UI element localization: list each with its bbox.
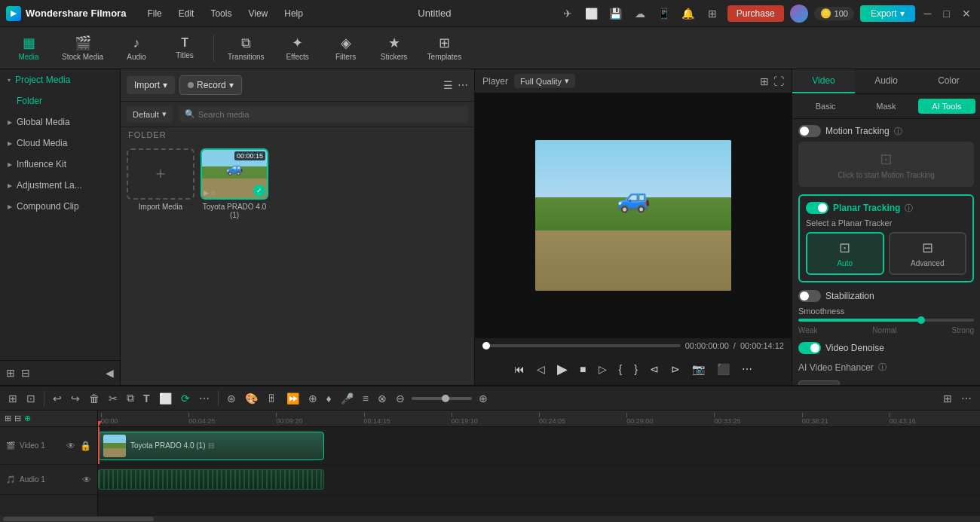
next-mark-icon[interactable]: ⊳ (668, 360, 683, 378)
more-icon[interactable]: ⋯ (458, 79, 468, 91)
purchase-button[interactable]: Purchase (727, 5, 784, 22)
tab-audio[interactable]: Audio (855, 69, 917, 93)
subtab-mask[interactable]: Mask (857, 99, 914, 114)
tl-settings-icon[interactable]: ⋯ (959, 390, 974, 407)
menu-tools[interactable]: Tools (203, 6, 239, 21)
tool-templates[interactable]: ⊞ Templates (420, 32, 470, 64)
video-track-lock-icon[interactable]: 🔒 (80, 441, 91, 451)
ai-enhancer-info-icon[interactable]: ⓘ (878, 362, 887, 373)
tl-layout-icon[interactable]: ⊞ (941, 390, 954, 407)
step-back-icon[interactable]: ⏮ (511, 360, 528, 378)
tool-effects[interactable]: ✦ Effects (275, 32, 320, 64)
tracker-auto[interactable]: ⊡ Auto (806, 232, 884, 275)
minimize-button[interactable]: ─ (921, 8, 935, 20)
user-avatar[interactable] (790, 5, 808, 23)
tl-more-icon[interactable]: ⋯ (197, 390, 212, 407)
tl-delete-icon[interactable]: 🗑 (87, 390, 102, 407)
tl-noise-icon[interactable]: ♦ (324, 390, 334, 407)
sidebar-item-cloud-media[interactable]: ▶ Cloud Media (0, 133, 120, 154)
timeline-scrollbar[interactable] (0, 516, 980, 522)
tl-stabilize-icon[interactable]: ⊕ (306, 390, 320, 407)
menu-file[interactable]: File (139, 6, 169, 21)
sidebar-item-global-media[interactable]: ▶ Global Media (0, 111, 120, 133)
tl-speed-icon[interactable]: ⏩ (284, 390, 302, 407)
tl-transcode-icon[interactable]: ⊗ (375, 390, 389, 407)
subtab-ai-tools[interactable]: AI Tools (918, 99, 975, 114)
planar-tracking-toggle[interactable] (806, 202, 828, 214)
tl-effects-icon[interactable]: ⊛ (225, 390, 238, 407)
default-dropdown[interactable]: Default ▾ (127, 106, 173, 122)
search-media-input[interactable] (198, 110, 462, 119)
stop-button[interactable]: ■ (577, 360, 589, 378)
frame-forward-icon[interactable]: ▷ (596, 360, 610, 378)
media-clip-toyota[interactable]: 🚙 00:00:15 ▶ ♫ ✓ Toyota PRADO 4.0 (1) (201, 148, 268, 379)
tool-filters[interactable]: ◈ Filters (323, 32, 369, 64)
tl-color-icon[interactable]: 🎨 (243, 390, 260, 407)
stabilization-toggle[interactable] (798, 290, 821, 302)
close-button[interactable]: ✕ (959, 8, 974, 20)
video-denoise-toggle[interactable] (798, 342, 821, 354)
track-control-group-icon[interactable]: ⊞ (5, 414, 11, 423)
play-button[interactable]: ▶ (554, 358, 571, 380)
tl-subtitles-icon[interactable]: ≡ (360, 390, 371, 407)
prev-mark-icon[interactable]: ⊲ (647, 360, 662, 378)
audio-clip[interactable] (98, 469, 324, 490)
snapshot-icon[interactable]: 📷 (689, 360, 708, 378)
tl-crop-icon[interactable]: ⬜ (157, 390, 174, 407)
apps-icon[interactable]: ⊞ (703, 5, 721, 23)
fullscreen-icon[interactable]: ⛶ (773, 75, 784, 87)
tl-zoom-out-icon[interactable]: ⊖ (394, 390, 407, 407)
tl-grid-icon[interactable]: ⊞ (6, 390, 20, 407)
import-media-button[interactable]: + (127, 148, 194, 200)
tab-color[interactable]: Color (917, 69, 980, 93)
phone-icon[interactable]: 📱 (655, 5, 673, 23)
frame-back-icon[interactable]: ◁ (534, 360, 548, 378)
bell-icon[interactable]: 🔔 (679, 5, 697, 23)
send-icon[interactable]: ✈ (559, 5, 577, 23)
tl-microphone-icon[interactable]: 🎤 (338, 390, 356, 407)
tl-text-icon[interactable]: T (141, 390, 152, 407)
menu-edit[interactable]: Edit (171, 6, 202, 21)
collapse-panel-icon[interactable]: ◀ (106, 367, 114, 379)
track-control-add-icon[interactable]: ⊕ (24, 414, 31, 423)
tl-copy-icon[interactable]: ⧉ (124, 389, 136, 407)
sidebar-item-folder[interactable]: Folder (0, 90, 120, 111)
smoothness-slider[interactable] (798, 319, 974, 322)
scrollbar-thumb[interactable] (3, 517, 154, 521)
subtab-basic[interactable]: Basic (797, 99, 854, 114)
sidebar-item-compound-clip[interactable]: ▶ Compound Clip (0, 196, 120, 217)
tl-audio-mix-icon[interactable]: 🎚 (265, 390, 280, 407)
save-icon[interactable]: 💾 (607, 5, 625, 23)
timeline-zoom-slider[interactable] (412, 397, 472, 400)
add-track-icon[interactable]: ⊞ (6, 367, 15, 379)
tool-titles[interactable]: T Titles (162, 33, 207, 63)
tl-zoom-in-icon[interactable]: ⊕ (476, 390, 490, 407)
tool-media[interactable]: ▦ Media (6, 32, 51, 64)
tracker-advanced[interactable]: ⊟ Advanced (889, 232, 967, 275)
screen-icon[interactable]: ⬜ (583, 5, 601, 23)
sidebar-item-project-media[interactable]: ▾ Project Media (0, 69, 120, 90)
grid-view-icon[interactable]: ⊞ (760, 75, 769, 87)
import-media-item[interactable]: + Import Media (127, 148, 194, 379)
sidebar-item-adjustment[interactable]: ▶ Adjustment La... (0, 175, 120, 196)
track-control-list-icon[interactable]: ⊟ (14, 414, 21, 423)
cloud-icon[interactable]: ☁ (631, 5, 649, 23)
menu-view[interactable]: View (240, 6, 275, 21)
planar-info-icon[interactable]: ⓘ (905, 203, 913, 214)
tool-stock-media[interactable]: 🎬 Stock Media (54, 32, 111, 64)
tool-audio[interactable]: ♪ Audio (114, 32, 159, 64)
more-controls-icon[interactable]: ⋯ (739, 360, 755, 378)
tl-ai-icon[interactable]: ⟳ (179, 390, 192, 407)
settings-icon[interactable]: ⊟ (21, 367, 30, 379)
tab-video[interactable]: Video (792, 69, 855, 93)
import-button[interactable]: Import ▾ (127, 76, 175, 94)
export-button[interactable]: Export ▾ (860, 5, 915, 22)
maximize-button[interactable]: □ (941, 8, 953, 20)
tl-undo-icon[interactable]: ↩ (51, 390, 64, 407)
mark-out-icon[interactable]: } (631, 360, 641, 378)
filter-icon[interactable]: ☰ (443, 79, 453, 91)
sidebar-item-influence-kit[interactable]: ▶ Influence Kit (0, 154, 120, 175)
motion-tracking-toggle[interactable] (798, 125, 821, 137)
tool-transitions[interactable]: ⧉ Transitions (220, 32, 272, 64)
audio-track-eye-icon[interactable]: 👁 (82, 475, 91, 485)
